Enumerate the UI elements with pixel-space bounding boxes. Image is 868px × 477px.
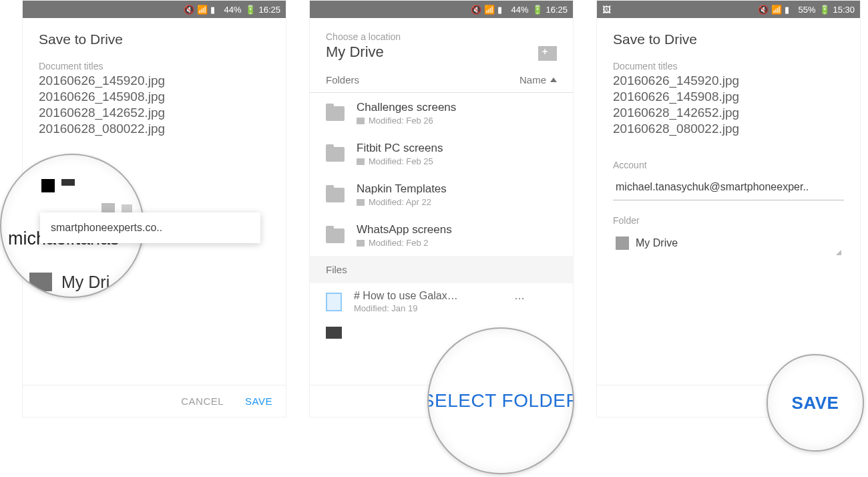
document-icon <box>326 293 342 311</box>
shared-icon <box>357 240 365 247</box>
signal-icon: ▮ <box>497 5 507 14</box>
battery-icon: 🔋 <box>532 5 541 14</box>
arrow-up-icon <box>550 77 557 82</box>
battery-icon: 🔋 <box>245 5 254 14</box>
folder-name: Napkin Templates <box>357 182 447 196</box>
mute-icon: 🔇 <box>184 5 193 14</box>
battery-label: 55% <box>798 5 815 15</box>
signal-icon: ▮ <box>210 5 220 14</box>
account-selector[interactable]: michael.tanasychuk@smartphoneexper.. <box>613 174 844 200</box>
document-title: 20160626_145920.jpg <box>597 73 860 89</box>
page-title: Save to Drive <box>23 18 286 55</box>
file-modified: Modified: Jan 19 <box>354 303 527 313</box>
clock: 16:25 <box>546 5 568 15</box>
sort-label: Name <box>519 74 546 86</box>
thumbnail-icon <box>61 179 75 186</box>
folder-modified: Modified: Feb 2 <box>369 238 429 248</box>
document-titles-label: Document titles <box>597 55 860 73</box>
folder-name: Challenges screens <box>357 101 456 114</box>
select-folder-button[interactable]: SELECT FOLDER <box>427 390 574 412</box>
wifi-icon: 📶 <box>771 5 781 14</box>
document-title: 20160628_142652.jpg <box>597 105 860 121</box>
folder-item[interactable]: WhatsApp screens Modified: Feb 2 <box>310 215 573 256</box>
folder-icon <box>326 147 345 162</box>
folder-label: Folder <box>597 210 860 227</box>
folder-modified: Modified: Feb 26 <box>369 116 433 126</box>
folder-icon <box>326 106 345 121</box>
wifi-icon: 📶 <box>197 5 206 14</box>
list-header: Folders Name <box>310 67 573 93</box>
image-icon <box>326 327 342 339</box>
page-title: Save to Drive <box>597 18 860 55</box>
folder-modified: Modified: Feb 25 <box>369 156 433 166</box>
battery-label: 44% <box>511 5 528 15</box>
dialog-footer: CANCEL SAVE <box>23 385 286 417</box>
folder-item[interactable]: Challenges screens Modified: Feb 26 <box>310 93 573 134</box>
folders-header-label: Folders <box>326 74 359 86</box>
thumbnail-icon <box>41 179 55 192</box>
wifi-icon: 📶 <box>484 5 493 14</box>
folder-icon <box>326 228 345 243</box>
document-title: 20160628_080022.jpg <box>597 121 860 137</box>
shared-icon <box>357 118 365 124</box>
document-titles-label: Document titles <box>23 55 286 73</box>
document-title: 20160626_145920.jpg <box>23 73 286 89</box>
account-label: Account <box>597 154 860 172</box>
folder-name: Fitbit PC screens <box>357 142 443 155</box>
document-title: 20160626_145908.jpg <box>597 89 860 105</box>
folder-modified: Modified: Apr 22 <box>369 197 431 207</box>
battery-label: 44% <box>224 5 241 15</box>
shared-icon <box>357 158 365 165</box>
chooser-subtitle: Choose a location <box>326 31 401 42</box>
signal-icon: ▮ <box>785 5 794 14</box>
magnifier-select-folder: SELECT FOLDER <box>427 327 574 474</box>
battery-icon: 🔋 <box>819 5 829 14</box>
file-item[interactable]: # How to use Galax… p Modified: Jan 19 <box>310 283 573 320</box>
document-title: 20160626_145908.jpg <box>23 89 286 105</box>
folder-item[interactable]: Napkin Templates Modified: Apr 22 <box>310 174 573 215</box>
status-bar: 🔇 📶 ▮ 44% 🔋 16:25 <box>310 1 573 18</box>
folder-name: WhatsApp screens <box>357 223 452 236</box>
folder-value: My Drive <box>636 237 678 249</box>
files-header-label: Files <box>310 256 573 283</box>
chooser-title: My Drive <box>326 43 401 61</box>
folder-icon <box>326 188 345 202</box>
magnified-drive-label: My Dri <box>61 273 110 292</box>
save-button[interactable]: SAVE <box>792 393 839 414</box>
chooser-header: Choose a location My Drive <box>310 18 573 67</box>
mute-icon: 🔇 <box>758 5 767 14</box>
shared-icon <box>357 199 365 206</box>
mute-icon: 🔇 <box>471 5 480 14</box>
folder-item[interactable]: Fitbit PC screens Modified: Feb 25 <box>310 134 573 174</box>
folder-icon <box>122 204 132 212</box>
document-title: 20160628_080022.jpg <box>23 121 286 137</box>
document-title: 20160628_142652.jpg <box>23 105 286 121</box>
image-notification-icon: 🖼 <box>602 5 612 14</box>
magnifier-save: SAVE <box>767 354 864 452</box>
save-button[interactable]: SAVE <box>245 395 272 407</box>
status-bar: 🖼 🔇 📶 ▮ 55% 🔋 15:30 <box>597 1 860 18</box>
file-name: # How to use Galax… <box>354 290 458 301</box>
account-dropdown-option[interactable]: smartphoneexperts.co.. <box>40 212 260 243</box>
sort-toggle[interactable]: Name <box>519 74 557 86</box>
status-bar: 🔇 📶 ▮ 44% 🔋 16:25 <box>23 1 286 18</box>
cancel-button[interactable]: CANCEL <box>181 395 224 407</box>
folder-icon <box>101 203 115 212</box>
clock: 16:25 <box>258 5 280 15</box>
new-folder-icon[interactable] <box>538 46 557 61</box>
folder-selector[interactable]: My Drive <box>613 230 844 257</box>
clock: 15:30 <box>833 5 855 15</box>
drive-icon <box>616 236 629 250</box>
